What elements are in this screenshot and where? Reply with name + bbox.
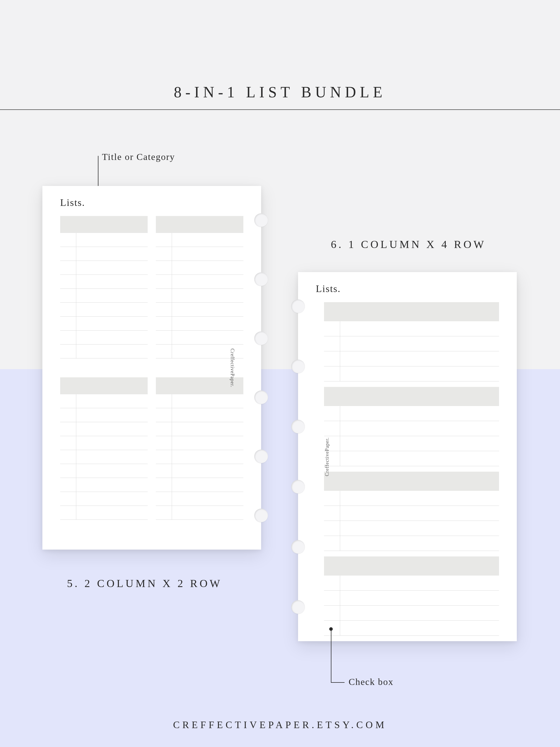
binder-hole-icon (254, 449, 268, 463)
callout-leader-line (331, 629, 331, 682)
list-lines (60, 233, 148, 358)
list-block (324, 387, 499, 466)
list-block (156, 216, 244, 358)
binder-hole-icon (254, 331, 268, 345)
binder-hole-icon (254, 272, 268, 286)
list-block (60, 216, 148, 358)
list-block (324, 557, 499, 636)
template-page-2x2: Lists. CreffectivePaper. (42, 186, 261, 549)
callout-leader-line (331, 682, 345, 683)
binder-hole-icon (254, 509, 268, 522)
template-caption-left: 5. 2 COLUMN X 2 ROW (67, 577, 222, 590)
title-rule (0, 109, 560, 110)
list-title-bar (324, 557, 499, 575)
binder-hole-icon (291, 300, 305, 313)
binder-holes (291, 300, 305, 614)
list-block (60, 377, 148, 520)
callout-check-box: Check box (349, 677, 393, 687)
main-title: 8-IN-1 LIST BUNDLE (0, 83, 560, 101)
binder-holes (254, 213, 268, 522)
template-page-1x4: Lists. CreffectivePaper. (298, 272, 517, 641)
template-caption-right: 6. 1 COLUMN X 4 ROW (331, 238, 486, 251)
binder-hole-icon (291, 480, 305, 493)
list-lines (324, 575, 499, 636)
list-lines (324, 491, 499, 551)
list-title-bar (60, 377, 148, 394)
list-block (324, 302, 499, 381)
list-title-bar (324, 472, 499, 491)
binder-hole-icon (291, 540, 305, 554)
page-heading: Lists. (316, 283, 341, 294)
list-title-bar (324, 302, 499, 321)
list-block (156, 377, 244, 520)
watermark: CreffectivePaper. (324, 437, 330, 476)
list-title-bar (156, 216, 244, 233)
watermark: CreffectivePaper. (229, 349, 235, 387)
list-lines (324, 321, 499, 381)
list-title-bar (60, 216, 148, 233)
binder-hole-icon (291, 600, 305, 614)
list-lines (156, 233, 244, 358)
list-lines (60, 394, 148, 520)
page-heading: Lists. (60, 197, 85, 208)
callout-title-or-category: Title or Category (102, 152, 175, 162)
binder-hole-icon (291, 360, 305, 373)
list-lines (324, 406, 499, 466)
binder-hole-icon (254, 390, 268, 404)
list-title-bar (324, 387, 499, 406)
list-lines (156, 394, 244, 520)
list-block (324, 472, 499, 551)
binder-hole-icon (291, 420, 305, 433)
binder-hole-icon (254, 213, 268, 227)
footer-credit: CREFFECTIVEPAPER.ETSY.COM (0, 719, 560, 730)
